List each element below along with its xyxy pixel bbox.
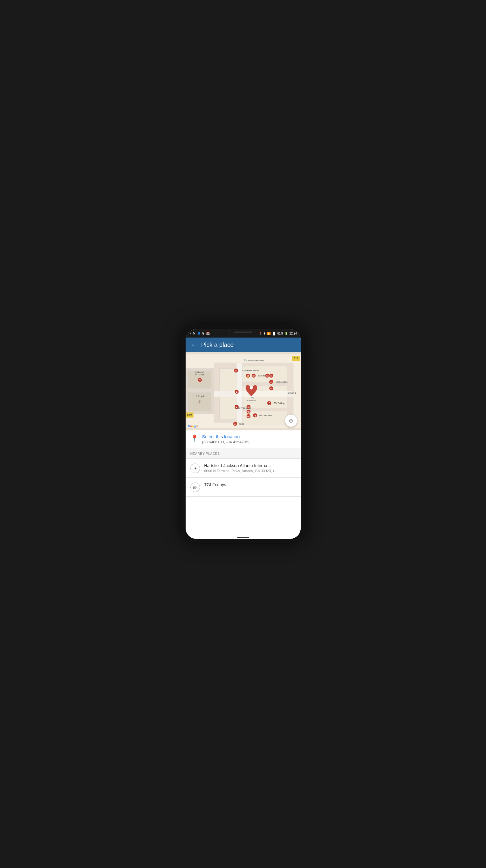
place-info-airport: Hartsfield-Jackson Atlanta Interna… 6000… <box>204 463 279 473</box>
person-icon: 👤 <box>197 332 201 335</box>
location-icon: 📍 <box>259 332 262 335</box>
signal-icon: ▐▌ <box>272 332 276 335</box>
map-svg: E14 E12 Level 1 Brooks Brothers 🛍 One Fl… <box>186 352 301 430</box>
pin-icon: 📍 <box>190 435 199 442</box>
svg-text:tor Lounge: tor Lounge <box>195 373 204 375</box>
svg-text:🍽: 🍽 <box>270 381 272 384</box>
page-title: Pick a place <box>201 341 234 348</box>
svg-rect-2 <box>219 369 236 391</box>
svg-text:Lufthansa: Lufthansa <box>195 371 204 373</box>
svg-text:Freshëns: Freshëns <box>247 399 256 402</box>
svg-text:Brooks Brothers: Brooks Brothers <box>248 359 264 362</box>
restaurant-icon: 🍽 <box>190 483 200 492</box>
svg-text:■: ■ <box>236 391 237 394</box>
place-item-airport[interactable]: ✈ Hartsfield-Jackson Atlanta Interna… 60… <box>186 459 301 478</box>
svg-text:🍷: 🍷 <box>268 402 271 405</box>
place-info-tgi: TGI Fridays <box>204 482 226 488</box>
status-bar: ✓ M 👤 G 📅 📍 ✱ 📶 ▐▌ 61% 🔋 22:24 <box>186 329 301 338</box>
svg-text:🛍: 🛍 <box>251 396 254 399</box>
app-bar: ← Pick a place <box>186 338 301 352</box>
wifi-icon: 📶 <box>267 332 270 335</box>
locate-button[interactable]: ⊕ <box>285 415 297 427</box>
status-icons-left: ✓ M 👤 G 📅 <box>189 332 210 335</box>
gmail-icon: M <box>193 332 196 335</box>
checkmark-icon: ✓ <box>189 332 192 335</box>
battery-icon: 🔋 <box>285 332 288 335</box>
svg-text:rt Chapel: rt Chapel <box>196 395 204 398</box>
svg-text:🍻: 🍻 <box>247 375 249 377</box>
svg-text:■: ■ <box>236 406 237 408</box>
svg-text:Level 1: Level 1 <box>288 391 296 394</box>
nearby-places-header: NEARBY PLACES <box>186 448 301 459</box>
phone-camera <box>228 330 230 332</box>
place-item-tgi[interactable]: 🍽 TGI Fridays <box>186 478 301 497</box>
map-area[interactable]: E14 E12 Level 1 Brooks Brothers 🛍 One Fl… <box>186 352 301 430</box>
svg-text:One Flew South: One Flew South <box>242 369 259 372</box>
place-name-airport: Hartsfield-Jackson Atlanta Interna… <box>204 463 279 468</box>
select-location-coords: (33.6406183, -84.4254705) <box>202 440 250 444</box>
svg-text:🛍: 🛍 <box>234 423 236 426</box>
phone-speaker <box>234 332 252 333</box>
svg-text:🛍: 🛍 <box>254 414 256 417</box>
svg-text:🍽: 🍽 <box>252 375 255 377</box>
place-address-airport: 6000 N Terminal Pkwy, Atlanta, GA 30320,… <box>204 469 279 473</box>
google-logo: Google <box>188 425 198 428</box>
svg-text:Michael Kors: Michael Kors <box>259 414 272 417</box>
svg-text:🍷: 🍷 <box>198 379 201 381</box>
airport-icon: ✈ <box>190 464 200 473</box>
svg-text:Tumi: Tumi <box>239 423 244 425</box>
google-icon: G <box>202 332 204 335</box>
svg-text:Express: Express <box>258 374 266 377</box>
nearby-places-label: NEARBY PLACES <box>190 452 220 456</box>
place-name-tgi: TGI Fridays <box>204 482 226 487</box>
calendar-icon: 📅 <box>206 332 210 335</box>
select-location-label[interactable]: Select this location <box>202 434 250 439</box>
svg-text:McDonald's: McDonald's <box>276 381 287 383</box>
status-icons-right: 📍 ✱ 📶 ▐▌ 61% 🔋 22:24 <box>259 332 297 335</box>
svg-text:🛍: 🛍 <box>247 411 250 413</box>
svg-text:🛍: 🛍 <box>247 415 250 418</box>
crosshair-icon: ⊕ <box>289 417 293 424</box>
battery-percent: 61% <box>277 332 283 335</box>
svg-text:🛍: 🛍 <box>247 406 250 409</box>
svg-text:E12: E12 <box>187 413 192 416</box>
places-list[interactable]: ✈ Hartsfield-Jackson Atlanta Interna… 60… <box>186 459 301 539</box>
svg-point-64 <box>250 386 253 389</box>
phone-screen: ✓ M 👤 G 📅 📍 ✱ 📶 ▐▌ 61% 🔋 22:24 ← Pick a … <box>186 329 301 539</box>
svg-text:🍽: 🍽 <box>270 375 272 377</box>
svg-rect-5 <box>219 397 236 420</box>
svg-text:E14: E14 <box>293 357 298 360</box>
select-location-row[interactable]: 📍 Select this location (33.6406183, -84.… <box>186 430 301 448</box>
bluetooth-icon: ✱ <box>263 332 266 335</box>
svg-text:⛪: ⛪ <box>198 399 202 404</box>
back-button[interactable]: ← <box>190 341 196 348</box>
svg-text:🍽: 🍽 <box>235 370 237 372</box>
svg-text:🛍: 🛍 <box>244 358 247 362</box>
time: 22:24 <box>289 332 297 335</box>
svg-text:TGI Fridays: TGI Fridays <box>273 402 285 404</box>
home-button[interactable] <box>237 537 249 538</box>
svg-text:🍽: 🍽 <box>270 387 272 390</box>
svg-text:🍽: 🍽 <box>266 375 268 377</box>
select-location-info: Select this location (33.6406183, -84.42… <box>202 434 250 444</box>
phone-device: ✓ M 👤 G 📅 📍 ✱ 📶 ▐▌ 61% 🔋 22:24 ← Pick a … <box>182 326 304 542</box>
